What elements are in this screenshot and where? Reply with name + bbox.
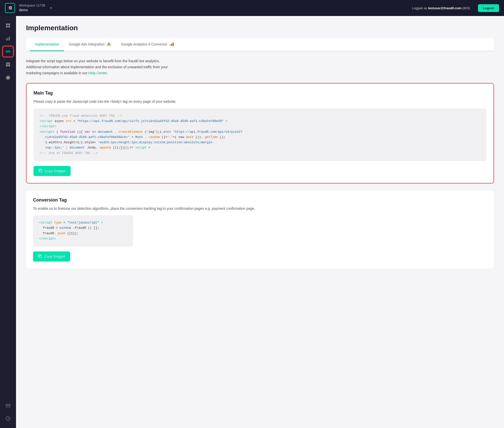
svg-rect-10 [8, 64, 10, 66]
workspace-name: demo [19, 8, 45, 13]
svg-rect-5 [8, 38, 8, 40]
conv-code-line-4: </script> [39, 236, 127, 242]
main-tag-section: Main Tag Please copy & paste the Javascr… [26, 83, 494, 183]
svg-rect-3 [8, 26, 10, 28]
main-tag-description: Please copy & paste the Javascript code … [34, 99, 486, 104]
mail-icon [6, 403, 11, 408]
sidebar-bottom: ? [3, 400, 14, 424]
logged-in-info: Logged as testuser@fraud0.com (803) [412, 6, 470, 10]
code-line-4: <script> ( function (){ var i= document … [40, 130, 480, 135]
main-tag-copy-button[interactable]: Copy Snippet [34, 166, 71, 176]
logout-button[interactable]: Logout [478, 4, 499, 12]
svg-rect-4 [6, 38, 7, 40]
code-line-6: i.width=i.height=1;i.style= 'width:1px;h… [40, 140, 480, 145]
implementation-description: Integrate the script tags below on your … [26, 58, 494, 76]
sidebar-item-help[interactable]: ? [3, 413, 14, 424]
analytics-icon [6, 36, 11, 41]
sidebar-item-layout[interactable] [3, 59, 14, 70]
svg-rect-21 [40, 170, 42, 172]
svg-rect-19 [171, 44, 172, 46]
conv-code-line-3: fraud0. push ([1]); [39, 231, 127, 236]
settings-icon [6, 75, 11, 80]
svg-rect-2 [6, 26, 8, 28]
sidebar-item-analytics[interactable] [3, 33, 14, 44]
code-line-2: <script async src = "https://api.fraud0.… [40, 119, 480, 124]
google-ads-icon [107, 42, 111, 46]
svg-text:?: ? [8, 417, 9, 420]
svg-rect-9 [6, 64, 8, 66]
layout-icon [6, 62, 11, 67]
app-body: ? Implementation Implementation Google A… [0, 16, 504, 428]
logo: f0 [5, 3, 15, 13]
code-line-1: <!-- FRAUD0.com fraud detection BODY TAG… [40, 114, 480, 119]
dashboard-icon [6, 23, 11, 28]
main-tag-code: <!-- FRAUD0.com fraud detection BODY TAG… [34, 108, 486, 161]
tabs-bar: Implementation Google Ads Integration Go… [26, 38, 494, 51]
svg-line-7 [8, 50, 8, 53]
workspace-label: Workspace 11738 [19, 3, 45, 8]
code-line-3: </script> [40, 124, 480, 129]
ga4-icon [169, 42, 174, 46]
sidebar-item-implementation[interactable] [3, 46, 14, 57]
conversion-tag-copy-button[interactable]: Copy Snippet [33, 252, 70, 262]
code-line-5: cid=b2a45f42-45a9-4548-aaf1-c48afef08e58… [40, 135, 480, 140]
help-center-link[interactable]: Help Center [88, 71, 107, 75]
tab-implementation[interactable]: Implementation [30, 38, 64, 51]
sidebar: ? [0, 16, 16, 428]
conversion-tag-section: Conversion Tag To enable us to finetune … [26, 190, 494, 268]
code-line-8: <!-- End of FRAUD0 BODY TAG --> [40, 151, 480, 156]
svg-rect-22 [39, 255, 42, 258]
conversion-tag-code: <script type = "text/javascript" > fraud… [33, 215, 133, 246]
sidebar-item-settings[interactable] [3, 72, 14, 83]
svg-rect-0 [6, 24, 8, 25]
conv-code-line-2: fraud0 = window .fraud0 || []; [39, 226, 127, 231]
user-id: (803) [462, 6, 470, 10]
workspace-dropdown-arrow[interactable]: ▾ [50, 6, 52, 10]
workspace-info: Workspace 11738 demo [19, 3, 45, 13]
sidebar-item-mail[interactable] [3, 400, 14, 411]
svg-rect-20 [173, 42, 174, 46]
conv-code-line-1: <script type = "text/javascript" > [39, 220, 127, 226]
code-icon [6, 49, 11, 54]
svg-rect-18 [170, 44, 171, 46]
sidebar-item-dashboard[interactable] [3, 20, 14, 31]
tab-google-ads[interactable]: Google Ads Integration [64, 38, 116, 51]
main-content: Implementation Implementation Google Ads… [16, 16, 504, 428]
svg-rect-1 [8, 24, 10, 25]
svg-rect-8 [6, 62, 10, 64]
tab-google-analytics[interactable]: Google Analytics 4 Connector [116, 38, 179, 51]
page-title: Implementation [26, 24, 494, 32]
main-tag-title: Main Tag [34, 90, 486, 96]
copy-icon-2 [38, 254, 42, 259]
conversion-tag-description: To enable us to finetune our detection a… [33, 206, 487, 211]
conversion-tag-title: Conversion Tag [33, 198, 487, 203]
help-icon: ? [6, 416, 11, 421]
copy-icon [39, 168, 43, 174]
topbar: f0 Workspace 11738 demo ▾ Logged as test… [0, 0, 504, 16]
user-email: testuser@fraud0.com [428, 6, 461, 10]
svg-rect-6 [9, 36, 10, 40]
code-line-7: top:-1px;' ; document .body. append (i);… [40, 145, 480, 150]
